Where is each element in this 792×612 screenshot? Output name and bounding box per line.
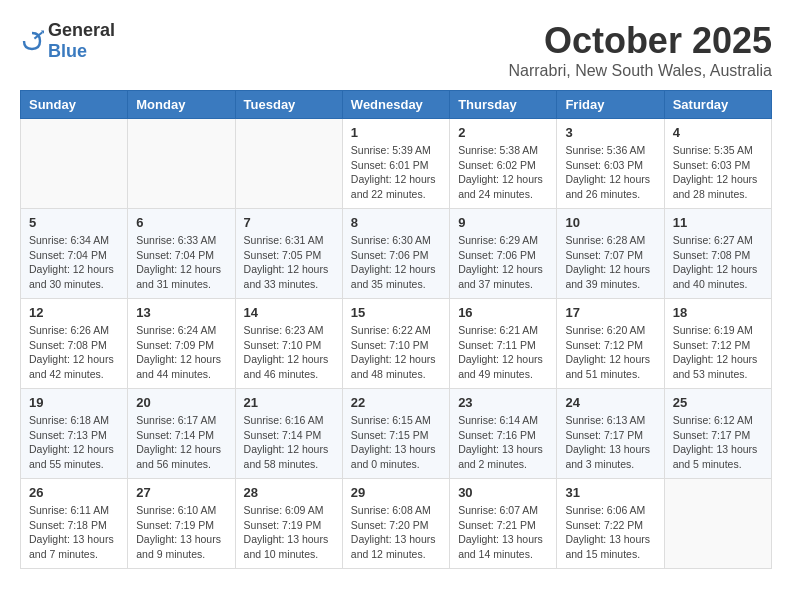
calendar-cell: 18Sunrise: 6:19 AM Sunset: 7:12 PM Dayli… (664, 299, 771, 389)
logo-text: General Blue (48, 20, 115, 62)
day-number: 3 (565, 125, 655, 140)
calendar-cell: 6Sunrise: 6:33 AM Sunset: 7:04 PM Daylig… (128, 209, 235, 299)
day-content: Sunrise: 6:27 AM Sunset: 7:08 PM Dayligh… (673, 233, 763, 292)
day-content: Sunrise: 6:11 AM Sunset: 7:18 PM Dayligh… (29, 503, 119, 562)
calendar-cell: 15Sunrise: 6:22 AM Sunset: 7:10 PM Dayli… (342, 299, 449, 389)
day-number: 5 (29, 215, 119, 230)
day-content: Sunrise: 6:33 AM Sunset: 7:04 PM Dayligh… (136, 233, 226, 292)
calendar-cell: 17Sunrise: 6:20 AM Sunset: 7:12 PM Dayli… (557, 299, 664, 389)
calendar-cell: 3Sunrise: 5:36 AM Sunset: 6:03 PM Daylig… (557, 119, 664, 209)
calendar-cell: 24Sunrise: 6:13 AM Sunset: 7:17 PM Dayli… (557, 389, 664, 479)
day-content: Sunrise: 6:06 AM Sunset: 7:22 PM Dayligh… (565, 503, 655, 562)
calendar-week-row: 19Sunrise: 6:18 AM Sunset: 7:13 PM Dayli… (21, 389, 772, 479)
day-content: Sunrise: 6:26 AM Sunset: 7:08 PM Dayligh… (29, 323, 119, 382)
day-number: 24 (565, 395, 655, 410)
day-content: Sunrise: 6:21 AM Sunset: 7:11 PM Dayligh… (458, 323, 548, 382)
calendar-cell: 23Sunrise: 6:14 AM Sunset: 7:16 PM Dayli… (450, 389, 557, 479)
calendar-cell: 1Sunrise: 5:39 AM Sunset: 6:01 PM Daylig… (342, 119, 449, 209)
day-number: 16 (458, 305, 548, 320)
day-of-week-header: Monday (128, 91, 235, 119)
calendar-week-row: 1Sunrise: 5:39 AM Sunset: 6:01 PM Daylig… (21, 119, 772, 209)
day-number: 28 (244, 485, 334, 500)
day-of-week-header: Sunday (21, 91, 128, 119)
day-content: Sunrise: 6:08 AM Sunset: 7:20 PM Dayligh… (351, 503, 441, 562)
day-content: Sunrise: 5:39 AM Sunset: 6:01 PM Dayligh… (351, 143, 441, 202)
calendar-cell: 12Sunrise: 6:26 AM Sunset: 7:08 PM Dayli… (21, 299, 128, 389)
calendar-cell: 20Sunrise: 6:17 AM Sunset: 7:14 PM Dayli… (128, 389, 235, 479)
day-number: 2 (458, 125, 548, 140)
day-number: 23 (458, 395, 548, 410)
calendar-cell: 21Sunrise: 6:16 AM Sunset: 7:14 PM Dayli… (235, 389, 342, 479)
day-content: Sunrise: 6:19 AM Sunset: 7:12 PM Dayligh… (673, 323, 763, 382)
day-content: Sunrise: 6:15 AM Sunset: 7:15 PM Dayligh… (351, 413, 441, 472)
day-content: Sunrise: 6:14 AM Sunset: 7:16 PM Dayligh… (458, 413, 548, 472)
calendar-cell: 4Sunrise: 5:35 AM Sunset: 6:03 PM Daylig… (664, 119, 771, 209)
day-number: 22 (351, 395, 441, 410)
month-title: October 2025 (508, 20, 772, 62)
calendar-cell: 10Sunrise: 6:28 AM Sunset: 7:07 PM Dayli… (557, 209, 664, 299)
day-content: Sunrise: 6:31 AM Sunset: 7:05 PM Dayligh… (244, 233, 334, 292)
day-number: 30 (458, 485, 548, 500)
day-of-week-header: Thursday (450, 91, 557, 119)
day-content: Sunrise: 6:17 AM Sunset: 7:14 PM Dayligh… (136, 413, 226, 472)
calendar-cell: 9Sunrise: 6:29 AM Sunset: 7:06 PM Daylig… (450, 209, 557, 299)
day-number: 26 (29, 485, 119, 500)
logo-blue: Blue (48, 41, 87, 61)
calendar-cell: 29Sunrise: 6:08 AM Sunset: 7:20 PM Dayli… (342, 479, 449, 569)
day-number: 6 (136, 215, 226, 230)
calendar-cell (128, 119, 235, 209)
calendar-cell: 27Sunrise: 6:10 AM Sunset: 7:19 PM Dayli… (128, 479, 235, 569)
calendar-week-row: 26Sunrise: 6:11 AM Sunset: 7:18 PM Dayli… (21, 479, 772, 569)
day-number: 12 (29, 305, 119, 320)
page-header: General Blue October 2025 Narrabri, New … (20, 20, 772, 80)
calendar-cell: 7Sunrise: 6:31 AM Sunset: 7:05 PM Daylig… (235, 209, 342, 299)
calendar-cell: 16Sunrise: 6:21 AM Sunset: 7:11 PM Dayli… (450, 299, 557, 389)
day-number: 11 (673, 215, 763, 230)
day-content: Sunrise: 6:16 AM Sunset: 7:14 PM Dayligh… (244, 413, 334, 472)
calendar-cell: 13Sunrise: 6:24 AM Sunset: 7:09 PM Dayli… (128, 299, 235, 389)
day-content: Sunrise: 6:07 AM Sunset: 7:21 PM Dayligh… (458, 503, 548, 562)
day-content: Sunrise: 6:12 AM Sunset: 7:17 PM Dayligh… (673, 413, 763, 472)
day-content: Sunrise: 6:24 AM Sunset: 7:09 PM Dayligh… (136, 323, 226, 382)
calendar-cell: 28Sunrise: 6:09 AM Sunset: 7:19 PM Dayli… (235, 479, 342, 569)
day-number: 20 (136, 395, 226, 410)
day-content: Sunrise: 6:23 AM Sunset: 7:10 PM Dayligh… (244, 323, 334, 382)
calendar-cell (664, 479, 771, 569)
calendar-cell: 31Sunrise: 6:06 AM Sunset: 7:22 PM Dayli… (557, 479, 664, 569)
day-number: 1 (351, 125, 441, 140)
day-number: 17 (565, 305, 655, 320)
day-number: 9 (458, 215, 548, 230)
day-number: 8 (351, 215, 441, 230)
day-number: 19 (29, 395, 119, 410)
day-of-week-header: Saturday (664, 91, 771, 119)
day-content: Sunrise: 5:38 AM Sunset: 6:02 PM Dayligh… (458, 143, 548, 202)
logo: General Blue (20, 20, 115, 62)
calendar-header-row: SundayMondayTuesdayWednesdayThursdayFrid… (21, 91, 772, 119)
calendar-cell: 19Sunrise: 6:18 AM Sunset: 7:13 PM Dayli… (21, 389, 128, 479)
day-content: Sunrise: 6:22 AM Sunset: 7:10 PM Dayligh… (351, 323, 441, 382)
logo-general: General (48, 20, 115, 40)
calendar-week-row: 5Sunrise: 6:34 AM Sunset: 7:04 PM Daylig… (21, 209, 772, 299)
day-of-week-header: Friday (557, 91, 664, 119)
day-number: 4 (673, 125, 763, 140)
title-section: October 2025 Narrabri, New South Wales, … (508, 20, 772, 80)
day-content: Sunrise: 6:30 AM Sunset: 7:06 PM Dayligh… (351, 233, 441, 292)
day-number: 31 (565, 485, 655, 500)
calendar-week-row: 12Sunrise: 6:26 AM Sunset: 7:08 PM Dayli… (21, 299, 772, 389)
calendar-cell: 8Sunrise: 6:30 AM Sunset: 7:06 PM Daylig… (342, 209, 449, 299)
day-number: 29 (351, 485, 441, 500)
calendar-cell: 25Sunrise: 6:12 AM Sunset: 7:17 PM Dayli… (664, 389, 771, 479)
calendar-cell (235, 119, 342, 209)
logo-icon (20, 29, 44, 53)
day-number: 27 (136, 485, 226, 500)
day-number: 25 (673, 395, 763, 410)
day-number: 15 (351, 305, 441, 320)
calendar-table: SundayMondayTuesdayWednesdayThursdayFrid… (20, 90, 772, 569)
day-of-week-header: Wednesday (342, 91, 449, 119)
calendar-cell: 30Sunrise: 6:07 AM Sunset: 7:21 PM Dayli… (450, 479, 557, 569)
location-title: Narrabri, New South Wales, Australia (508, 62, 772, 80)
day-number: 18 (673, 305, 763, 320)
day-number: 14 (244, 305, 334, 320)
calendar-cell (21, 119, 128, 209)
day-of-week-header: Tuesday (235, 91, 342, 119)
